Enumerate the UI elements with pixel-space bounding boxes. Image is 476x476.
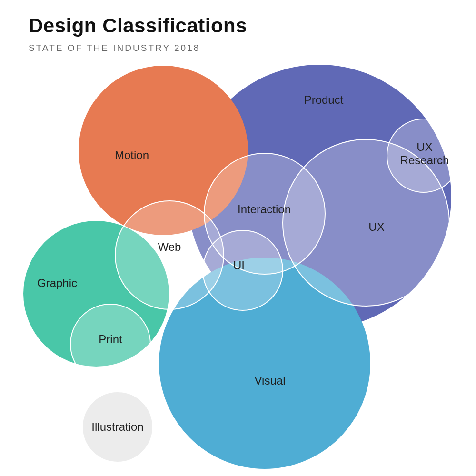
diagram-stage: Design Classifications STATE OF THE INDU… bbox=[0, 0, 476, 476]
label-ui: UI bbox=[233, 259, 245, 272]
label-ux-research: UX Research bbox=[400, 140, 449, 167]
label-product: Product bbox=[304, 93, 344, 107]
page-subtitle: STATE OF THE INDUSTRY 2018 bbox=[29, 43, 200, 53]
label-web: Web bbox=[158, 240, 181, 254]
label-illustration: Illustration bbox=[91, 420, 143, 434]
label-interaction: Interaction bbox=[238, 203, 291, 216]
label-visual: Visual bbox=[255, 374, 286, 387]
label-print: Print bbox=[99, 333, 122, 346]
page-title: Design Classifications bbox=[29, 14, 247, 37]
label-graphic: Graphic bbox=[37, 277, 77, 290]
label-ux: UX bbox=[368, 220, 384, 234]
label-motion: Motion bbox=[115, 149, 149, 162]
